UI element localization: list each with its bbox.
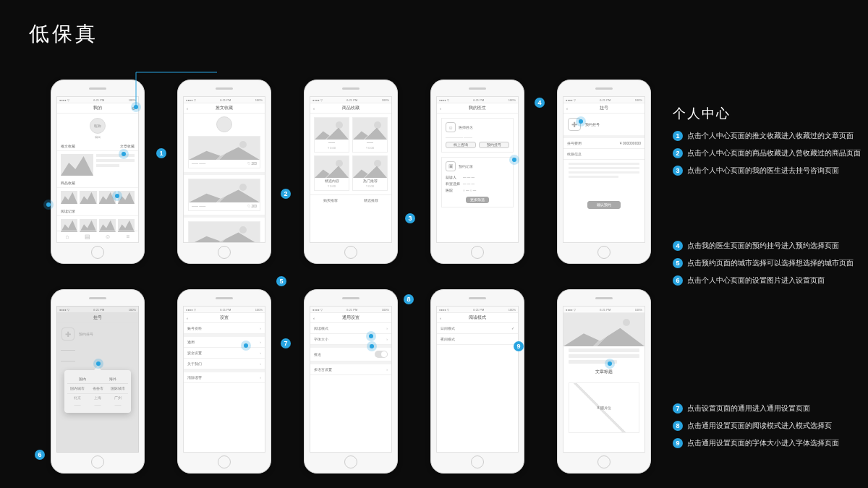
phone-city: ●●●● ▽6:21 PM100% 挂号 ✚预约挂号 ———— ———— 国内海… (51, 289, 145, 474)
phone-feed: ●●●● ▽6:21 PM100% ‹推文收藏 —— ——♡ 200 —— ——… (177, 80, 271, 264)
flow-badge-9: 9 (514, 341, 524, 351)
confirm-button[interactable]: 确认预约 (587, 201, 621, 209)
flow-badge-4: 4 (535, 98, 545, 108)
flow-badge-1: 1 (156, 148, 166, 158)
flow-badge-8: 8 (404, 294, 414, 304)
record-icon: ▣ (446, 161, 456, 171)
section-title: 个人中心 (673, 105, 731, 122)
general-item[interactable]: 阅读模式› (310, 323, 391, 334)
settings-item[interactable]: 清除缓存› (184, 372, 265, 383)
annotations-group-a: 1点击个人中心页面的推文收藏进入收藏过的文章页面 2点击个人中心页面的商品收藏进… (673, 129, 861, 181)
settings-item[interactable]: 账号资料› (184, 323, 265, 334)
phone-appoint: ●●●● ▽6:21 PM100% ‹挂号 ✚预约挂号 挂号费用¥ 000000… (557, 80, 651, 264)
flow-badge-3: 3 (405, 213, 415, 223)
phone-general: ●●●● ▽6:21 PM100% ‹通用设置 阅读模式› 字体大小› 推送 多… (304, 289, 398, 474)
settings-item[interactable]: 关于我们› (184, 359, 265, 369)
annotations-group-c: 7点击设置页面的通用进入通用设置页面 8点击通用设置页面的阅读模式进入模式选择页… (673, 401, 839, 453)
toggle[interactable] (375, 351, 388, 358)
phone-settings: ●●●● ▽6:21 PM100% ‹设置 账号资料› 通用› 安全设置› 关于… (177, 289, 271, 474)
image-placeholder: X 图片位 (569, 382, 639, 433)
phone-goods: ●●●● ▽6:21 PM100% ‹商品收藏 ——¥ 0.00 ——¥ 0.0… (304, 80, 398, 264)
avatar[interactable]: 昵称 (90, 118, 106, 134)
flow-badge-2: 2 (281, 189, 291, 199)
general-item[interactable]: 字体大小› (310, 334, 391, 345)
phone-article: ●●●● ▽6:21 PM100% 文章标题 X 图片位 (557, 289, 651, 474)
flow-badge-6: 6 (35, 450, 45, 460)
xe-button[interactable]: 更多筛选 (466, 197, 489, 203)
city-modal[interactable]: 国内海外 国内城市 省份市 国际城市 北京 上海 广州 —————— (64, 370, 131, 413)
doctor-icon: ☺ (446, 122, 456, 132)
general-item[interactable]: 推送 (310, 348, 391, 361)
tabbar[interactable]: ⌂▤☺≡ (57, 231, 138, 242)
consult-button[interactable]: 线上咨询 (446, 142, 476, 148)
settings-item[interactable]: 通用› (184, 337, 265, 348)
annotations-group-b: 4点击我的医生页面的预约挂号进入预约选择页面 5点击预约页面的城市选择可以选择想… (673, 239, 854, 291)
canvas: 低保真 ●●●● ▽6:21 PM100% 我的⚙ 昵称 编辑 推文收藏文章收藏… (0, 0, 868, 488)
flow-badge-5: 5 (276, 276, 286, 286)
phone-profile: ●●●● ▽6:21 PM100% 我的⚙ 昵称 编辑 推文收藏文章收藏 商品收… (51, 80, 145, 264)
page-title: 低保真 (29, 20, 98, 48)
appoint-button[interactable]: 预约挂号 (479, 142, 509, 148)
mode-item[interactable]: 夜间模式 (437, 334, 518, 345)
flow-badge-7: 7 (281, 338, 291, 348)
phone-doctor: ●●●● ▽6:21 PM100% ‹我的医生 ☺医师姓名 —————— ———… (430, 80, 524, 264)
phone-readmode: ●●●● ▽6:21 PM100% ‹阅读模式 日间模式✓ 夜间模式 (430, 289, 524, 474)
general-item[interactable]: 多语言设置› (310, 364, 391, 375)
mode-item[interactable]: 日间模式✓ (437, 323, 518, 334)
settings-item[interactable]: 安全设置› (184, 348, 265, 359)
